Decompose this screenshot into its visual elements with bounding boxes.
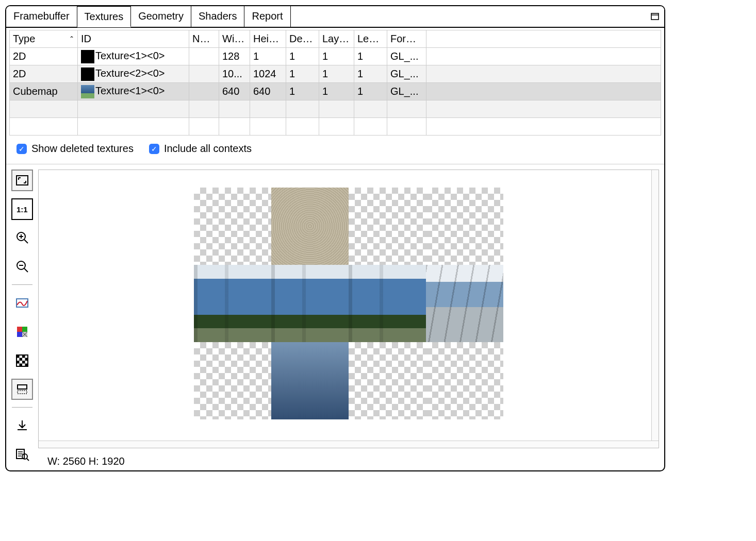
thumbnail-icon [81,85,94,98]
col-id[interactable]: ID [78,30,189,48]
vertical-scrollbar[interactable] [651,170,659,448]
tab-shaders[interactable]: Shaders [191,6,245,27]
svg-rect-12 [17,327,22,332]
download-icon [15,418,29,433]
show-deleted-checkbox[interactable]: ✓ Show deleted textures [17,143,134,155]
table-row-empty [10,100,661,118]
checker-icon [15,353,29,368]
col-layers[interactable]: Layers [319,30,354,48]
svg-rect-0 [651,13,659,20]
svg-text:1:1: 1:1 [17,205,28,214]
maximize-icon [651,13,659,20]
svg-rect-21 [17,361,20,364]
tabbar: Framebuffer Textures Geometry Shaders Re… [6,6,664,28]
tab-geometry[interactable]: Geometry [131,6,191,27]
col-levels[interactable]: Levels [354,30,387,48]
col-spacer [426,30,661,48]
col-type[interactable]: Type⌃ [10,30,78,48]
canvas-area: W: 2560 H: 1920 [38,164,664,470]
flip-button[interactable] [11,379,33,400]
horizontal-scrollbar[interactable] [39,441,659,448]
inspect-icon [15,447,29,462]
svg-rect-25 [18,385,27,389]
table-header-row: Type⌃ ID Name Width Height Depth Layers … [10,30,661,48]
svg-rect-19 [20,358,23,361]
maximize-button[interactable] [650,6,664,27]
save-button[interactable] [11,415,33,436]
checkbox-icon: ✓ [17,144,27,154]
histogram-icon [15,296,29,310]
background-button[interactable] [11,350,33,371]
inspect-button[interactable] [11,444,33,465]
include-all-contexts-checkbox[interactable]: ✓ Include all contexts [149,143,252,155]
zoom-out-icon [15,259,29,274]
col-format[interactable]: Format [387,30,426,48]
table-row[interactable]: 2D Texture<2><0> 10... 1024 1 1 1 GL_... [10,65,661,83]
table-row[interactable]: Cubemap Texture<1><0> 640 640 1 1 1 GL_.… [10,83,661,100]
texture-table: Type⌃ ID Name Width Height Depth Layers … [6,28,664,136]
svg-line-9 [24,268,28,272]
toolstrip: 1:1 [6,164,38,470]
histogram-button[interactable] [11,292,33,314]
svg-line-32 [27,459,29,461]
table-row[interactable]: 2D Texture<1><0> 128 1 1 1 1 GL_... [10,48,661,65]
actual-size-button[interactable]: 1:1 [11,198,33,220]
svg-rect-13 [22,327,27,332]
thumbnail-icon [81,50,94,63]
zoom-in-icon [15,230,29,245]
tab-report[interactable]: Report [244,6,290,27]
col-depth[interactable]: Depth [286,30,319,48]
tab-textures[interactable]: Textures [77,6,132,27]
cubemap-preview [194,188,503,419]
zoom-in-button[interactable] [11,227,33,249]
svg-rect-2 [17,176,28,185]
svg-rect-17 [17,355,20,358]
svg-rect-23 [20,363,23,366]
svg-rect-22 [22,361,25,364]
fit-button[interactable] [11,170,33,191]
panel: Framebuffer Textures Geometry Shaders Re… [5,5,665,471]
svg-rect-26 [18,391,27,394]
fit-icon [15,173,29,188]
channels-button[interactable] [11,321,33,343]
viewer: 1:1 [6,164,664,470]
canvas-frame[interactable] [38,170,659,448]
svg-rect-20 [25,358,28,361]
options-row: ✓ Show deleted textures ✓ Include all co… [6,136,664,164]
svg-rect-14 [17,332,22,337]
thumbnail-icon [81,67,94,81]
zoom-out-button[interactable] [11,256,33,277]
svg-line-5 [24,240,28,243]
checkbox-icon: ✓ [149,144,159,154]
one-to-one-icon: 1:1 [15,202,29,216]
svg-rect-18 [22,355,25,358]
tab-framebuffer[interactable]: Framebuffer [6,6,77,27]
table-row-empty [10,118,661,136]
col-width[interactable]: Width [219,30,250,48]
col-height[interactable]: Height [250,30,286,48]
col-name[interactable]: Name [189,30,219,48]
svg-rect-24 [25,363,28,366]
flip-icon [15,382,29,396]
channels-icon [15,325,29,339]
dimensions-label: W: 2560 H: 1920 [38,448,659,467]
